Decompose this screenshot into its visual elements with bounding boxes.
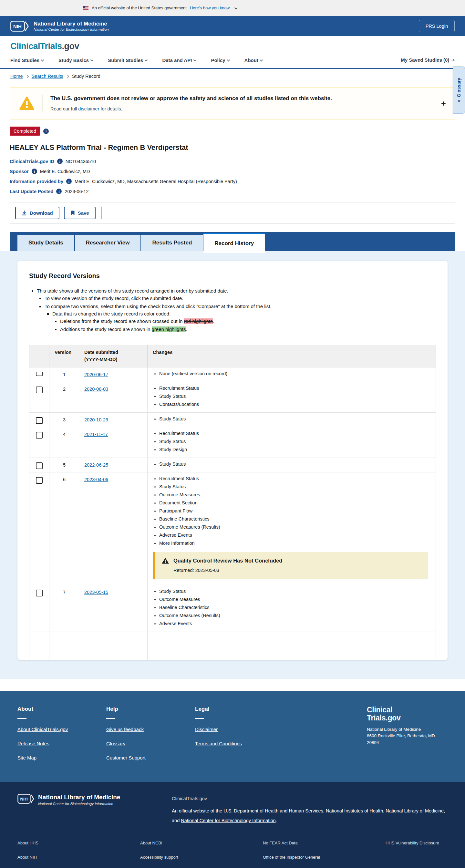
date-cell: 2020-10-29 <box>79 413 148 427</box>
nav-item[interactable]: Data and API <box>162 58 196 63</box>
footer-site-name: ClinicalTrials.gov <box>172 794 447 803</box>
footer-statement-link[interactable]: National Center for Biotechnology Inform… <box>181 818 275 823</box>
red-highlight-sample: red highlights <box>184 318 213 324</box>
change-item: Baseline Characteristics <box>159 515 430 523</box>
clinicaltrials-logo[interactable]: ClinicalTrials.gov <box>10 41 455 51</box>
tab-study-details[interactable]: Study Details <box>18 235 74 251</box>
footer-column: Legal DisclaimerTerms and Conditions <box>195 706 284 769</box>
footer-link[interactable]: Office of the Inspector General <box>263 855 320 860</box>
disclaimer-link[interactable]: disclaimer <box>78 106 99 112</box>
change-item: Study Status <box>159 392 430 400</box>
footer-column-heading: Help <box>106 706 195 712</box>
gov-banner: An official website of the United States… <box>0 0 465 16</box>
tab-researcher-view[interactable]: Researcher View <box>75 235 141 251</box>
changes-cell: Study Status <box>148 413 436 427</box>
breadcrumb: HomeSearch ResultsStudy Record <box>0 69 465 82</box>
version-checkbox[interactable] <box>36 590 42 596</box>
table-row: 2 2020-08-03 Recruitment StatusStudy Sta… <box>29 382 436 412</box>
footer-statement-link[interactable]: U.S. Department of Health and Human Serv… <box>223 808 323 813</box>
info-icon[interactable]: i <box>66 179 72 184</box>
version-cell: 1 <box>50 368 79 382</box>
checkbox-cell <box>29 368 50 382</box>
my-saved-studies-link[interactable]: My Saved Studies (0) → <box>401 57 455 63</box>
record-history-panel: Study Record Versions This table shows a… <box>0 251 465 679</box>
footer-link[interactable]: Accessibility support <box>140 855 178 860</box>
footer-link[interactable]: About HHS <box>18 841 38 845</box>
footer-link[interactable]: Give us feedback <box>106 726 144 732</box>
footer-link[interactable]: About ClinicalTrials.gov <box>18 726 68 732</box>
download-button[interactable]: Download <box>15 207 59 219</box>
qc-returned-date: Returned: 2023-05-03 <box>174 568 422 573</box>
save-button[interactable]: Save <box>64 207 96 219</box>
nav-item[interactable]: Submit Studies <box>108 58 147 63</box>
date-cell: 2021-11-17 <box>79 427 148 458</box>
empty-cell <box>50 632 79 660</box>
field-label: Information provided by <box>10 179 63 184</box>
chevrons-left-icon: « <box>456 100 461 102</box>
info-icon[interactable]: i <box>43 128 49 134</box>
version-checkbox[interactable] <box>36 386 42 393</box>
nlm-subtitle: National Center for Biotechnology Inform… <box>34 27 109 32</box>
gov-banner-link[interactable]: Here's how you know <box>190 5 229 10</box>
version-checkbox[interactable] <box>36 369 42 376</box>
version-cell: 3 <box>50 413 79 427</box>
version-checkbox[interactable] <box>36 417 42 424</box>
date-cell: 2020-08-03 <box>79 382 148 412</box>
checkbox-cell <box>29 427 50 458</box>
header-version: Version <box>50 345 79 367</box>
glossary-side-tab[interactable]: « Glossary <box>453 66 465 114</box>
version-date-link[interactable]: 2021-11-17 <box>84 432 108 437</box>
nav-item[interactable]: About <box>244 58 262 63</box>
footer-link[interactable]: Site Map <box>18 755 36 761</box>
nlm-org-title: National Library of Medicine <box>34 20 109 27</box>
footer-link[interactable]: Glossary <box>106 741 125 746</box>
prs-login-button[interactable]: PRS Login <box>419 20 455 32</box>
version-date-link[interactable]: 2022-06-25 <box>84 462 108 468</box>
footer-link[interactable]: Disclaimer <box>195 726 218 732</box>
study-field-row: Information provided by i Merit E. Cudko… <box>10 176 455 186</box>
study-record-versions-card: Study Record Versions This table shows a… <box>18 260 447 660</box>
study-fields: ClinicalTrials.gov ID i NCT04436510 Spon… <box>10 156 455 196</box>
page: An official website of the United States… <box>0 0 465 868</box>
header-checkbox-column <box>29 345 50 367</box>
nav-item[interactable]: Study Basics <box>58 58 93 63</box>
footer-link[interactable]: Customer Support <box>106 755 146 761</box>
action-bar: Download Save <box>10 202 455 224</box>
version-date-link[interactable]: 2020-10-29 <box>84 417 108 423</box>
footer-statement-link[interactable]: National Library of Medicine <box>385 808 444 813</box>
nav-item[interactable]: Find Studies <box>10 58 43 63</box>
field-label: Sponsor <box>10 169 29 174</box>
version-date-link[interactable]: 2020-06-17 <box>84 372 108 377</box>
info-icon[interactable]: i <box>57 159 63 164</box>
qc-title: Quality Control Review Has Not Concluded <box>174 558 282 564</box>
footer-statement-link[interactable]: National Institutes of Health <box>326 808 383 813</box>
info-icon[interactable]: i <box>32 168 37 174</box>
changes-cell: Recruitment StatusStudy StatusOutcome Me… <box>148 472 436 585</box>
version-date-link[interactable]: 2023-04-06 <box>84 477 108 482</box>
breadcrumb-link[interactable]: Home <box>10 73 23 79</box>
tab-record-history[interactable]: Record History <box>204 233 265 253</box>
footer-column-heading: Legal <box>195 706 284 712</box>
version-date-link[interactable]: 2023-05-15 <box>84 590 108 595</box>
footer-link[interactable]: Release Notes <box>18 741 49 746</box>
footer-link[interactable]: HHS Vulnerability Disclosure <box>385 841 439 845</box>
version-date-link[interactable]: 2020-08-03 <box>84 386 108 392</box>
expand-plus-icon[interactable]: + <box>441 99 446 107</box>
breadcrumb-link[interactable]: Search Results <box>32 73 63 79</box>
footer-link[interactable]: About NIH <box>18 855 37 860</box>
arrow-right-icon: → <box>451 57 455 63</box>
footer-link[interactable]: No FEAR Act Data <box>263 841 298 845</box>
date-cell: 2020-06-17 <box>79 368 148 382</box>
tab-results-posted[interactable]: Results Posted <box>141 235 203 251</box>
version-cell: 7 <box>50 585 79 631</box>
version-checkbox[interactable] <box>36 432 42 438</box>
nav-item[interactable]: Policy <box>211 58 229 63</box>
info-icon[interactable]: i <box>56 189 62 194</box>
breadcrumb-separator <box>66 74 69 78</box>
divider <box>18 718 27 719</box>
footer-link[interactable]: Terms and Conditions <box>195 741 242 746</box>
version-checkbox[interactable] <box>36 477 42 484</box>
bookmark-icon <box>70 210 75 216</box>
footer-link[interactable]: About NCBI <box>140 841 162 845</box>
version-checkbox[interactable] <box>36 462 42 469</box>
